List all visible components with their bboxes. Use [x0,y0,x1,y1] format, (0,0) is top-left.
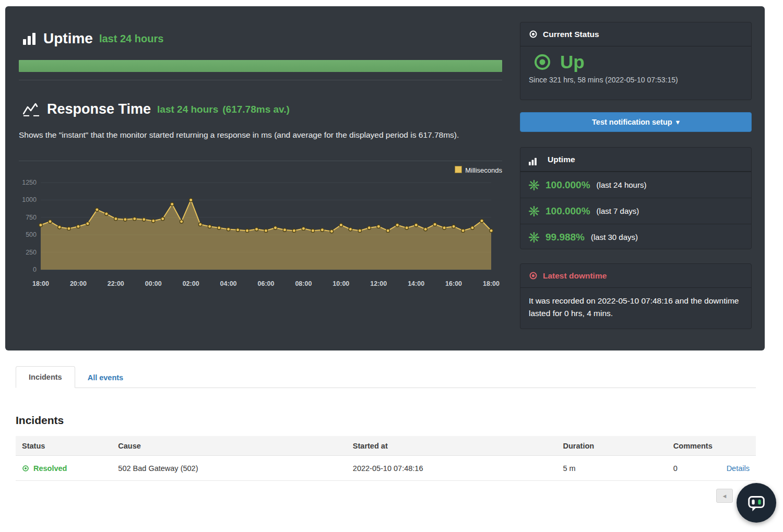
chat-widget-button[interactable] [737,483,776,523]
current-status-card: Current Status Up Since 321 hrs, 58 mins… [520,22,752,100]
uptime-progress-bar [19,60,502,72]
svg-text:22:00: 22:00 [108,280,124,287]
column-header-duration: Duration [557,442,667,450]
latest-downtime-text: It was recorded on 2022-05-10 07:48:16 a… [520,288,751,327]
uptime-stats-header: Uptime [520,148,751,172]
response-time-title: Response Time [47,101,151,117]
caret-down-icon: ▾ [676,118,680,126]
tab-all-events[interactable]: All events [75,367,136,388]
details-link[interactable]: Details [727,464,750,473]
divider [19,161,502,161]
svg-text:18:00: 18:00 [483,280,500,287]
uptime-stat-row: 99.988% (last 30 days) [520,224,751,250]
latest-downtime-card: Latest downtime It was recorded on 2022-… [520,263,752,329]
svg-text:0: 0 [33,266,37,273]
current-status-header-label: Current Status [543,30,599,39]
burst-icon [529,232,539,243]
status-badge: Resolved [22,464,105,473]
uptime-percent-24h: 100.000% [545,179,590,191]
tab-incidents[interactable]: Incidents [16,366,75,388]
up-status-icon [533,53,552,71]
test-notification-setup-label: Test notification setup [592,118,672,126]
svg-text:250: 250 [26,249,37,256]
latest-downtime-header: Latest downtime [520,264,751,288]
uptime-period-30d: (last 30 days) [591,233,638,241]
divider [19,80,502,80]
response-time-subtitle: last 24 hours [157,104,218,115]
incident-cause: 502 Bad Gateway (502) [112,464,347,473]
incident-duration: 5 m [557,464,667,473]
legend-label: Milliseconds [465,166,502,174]
bar-chart-icon [529,158,537,165]
chart-legend: Milliseconds [19,166,502,174]
downtime-dot-icon [529,271,538,280]
svg-text:500: 500 [26,231,37,238]
svg-text:20:00: 20:00 [70,280,87,287]
uptime-subtitle: last 24 hours [99,33,163,45]
svg-text:14:00: 14:00 [408,280,424,287]
incident-status: Resolved [33,464,67,473]
events-tabs: Incidents All events [16,365,756,388]
response-time-section-header: Response Time last 24 hours (617.78ms av… [23,101,290,117]
uptime-title: Uptime [43,30,93,47]
incidents-heading: Incidents [16,414,64,427]
svg-text:08:00: 08:00 [295,280,312,287]
column-header-status: Status [16,442,112,450]
incidents-table-header: Status Cause Started at Duration Comment… [16,436,756,456]
test-notification-setup-button[interactable]: Test notification setup ▾ [520,112,752,132]
uptime-stats-header-label: Uptime [548,155,575,164]
status-since-text: Since 321 hrs, 58 mins (2022-05-10 07:53… [528,76,744,84]
svg-text:12:00: 12:00 [370,280,387,287]
response-time-average: (617.78ms av.) [222,104,290,115]
uptime-percent-30d: 99.988% [545,232,585,243]
current-status-header: Current Status [520,22,751,46]
svg-text:18:00: 18:00 [32,280,49,287]
monitor-dashboard-panel: Uptime last 24 hours Response Time last … [5,6,765,350]
pagination-prev-button[interactable]: ◄ [716,489,733,503]
incidents-table: Status Cause Started at Duration Comment… [16,436,756,481]
current-status-body: Up Since 321 hrs, 58 mins (2022-05-10 07… [520,46,751,84]
legend-swatch [455,166,462,173]
response-time-chart[interactable]: 02505007501000125018:0020:0022:0000:0002… [19,174,504,295]
svg-text:1250: 1250 [22,179,37,186]
latest-downtime-header-label: Latest downtime [543,271,607,281]
uptime-section-header: Uptime last 24 hours [23,30,163,47]
resolved-dot-icon [22,465,29,472]
uptime-percent-7d: 100.000% [545,205,590,217]
column-header-started-at: Started at [347,442,557,450]
status-up-label: Up [560,52,585,72]
response-time-description: Shows the "instant" that the monitor sta… [19,129,478,141]
uptime-stat-row: 100.000% (last 24 hours) [520,172,751,198]
response-time-chart-svg: 02505007501000125018:0020:0022:0000:0002… [19,174,504,295]
column-header-comments: Comments [667,442,711,450]
svg-text:750: 750 [26,214,37,221]
line-chart-icon [23,103,40,116]
bar-chart-icon [23,33,35,45]
chat-bubble-icon [745,492,767,514]
burst-icon [529,180,539,190]
uptime-stats-card: Uptime 100.000% (last 24 hours) [520,147,752,249]
uptime-period-7d: (last 7 days) [597,207,639,215]
svg-text:10:00: 10:00 [333,280,349,287]
svg-text:04:00: 04:00 [220,280,237,287]
column-header-cause: Cause [112,442,347,450]
burst-icon [529,206,539,216]
svg-text:02:00: 02:00 [183,280,199,287]
svg-text:00:00: 00:00 [145,280,162,287]
svg-text:1000: 1000 [22,196,37,203]
status-dot-icon [529,30,538,39]
uptime-stat-row: 100.000% (last 7 days) [520,198,751,224]
table-row: Resolved 502 Bad Gateway (502) 2022-05-1… [16,456,756,481]
svg-text:06:00: 06:00 [258,280,275,287]
incident-comments: 0 [667,464,711,473]
svg-text:16:00: 16:00 [445,280,462,287]
uptime-period-24h: (last 24 hours) [597,180,647,189]
incident-started-at: 2022-05-10 07:48:16 [347,464,557,473]
